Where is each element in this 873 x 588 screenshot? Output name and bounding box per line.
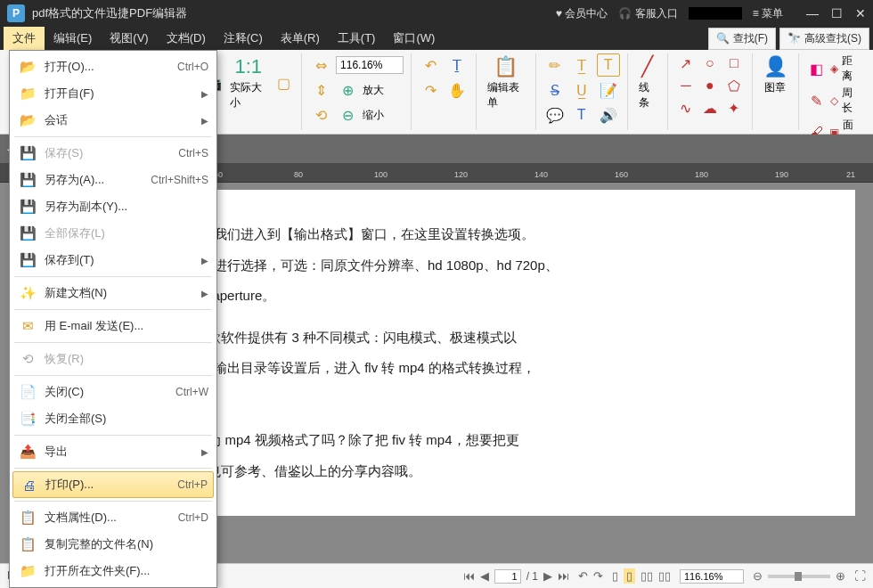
menu-save-to[interactable]: 💾保存到(T)▶ [12,247,214,274]
member-center-link[interactable]: ♥ 会员中心 [556,6,608,21]
perimeter-icon[interactable]: ◇ [830,94,838,107]
hand-icon[interactable]: ✋ [445,78,469,102]
text-highlight-icon[interactable]: T̲ [570,53,593,77]
close-doc-icon: 📄 [18,384,37,400]
rotate-icon[interactable]: ⟲ [309,103,332,127]
layout-cont-facing-icon[interactable]: ▯▯ [658,569,671,583]
polygon-icon[interactable]: ⬠ [723,76,745,95]
highlight-icon[interactable]: ✏ [543,53,567,77]
circle-icon[interactable]: ● [699,76,721,95]
line-shape-icon[interactable]: ─ [675,76,697,95]
menu-save-all[interactable]: 💾全部保存(L) [12,220,214,247]
text-box-icon[interactable]: T [597,53,620,77]
menu-new-doc[interactable]: ✨新建文档(N)▶ [12,280,214,306]
menu-tool[interactable]: 工具(T) [329,27,385,50]
zoom-out-status-icon[interactable]: ⊖ [753,569,763,583]
zoom-in-icon[interactable]: ⊕ [336,78,359,102]
zoom-in-status-icon[interactable]: ⊕ [836,569,845,583]
titlebar: P pdf格式的文件迅捷PDF编辑器 ♥ 会员中心 🎧 客服入口 ≡ 菜单 — … [0,0,873,27]
square-icon[interactable]: □ [723,53,745,73]
cloud-icon[interactable]: ☁ [699,98,721,118]
layout-single-icon[interactable]: ▯ [612,569,618,583]
zoom-slider[interactable] [768,575,830,578]
fullscreen-icon[interactable]: ⛶ [854,569,866,583]
hamburger-menu[interactable]: ≡ 菜单 [753,6,783,21]
distance-icon[interactable]: ◈ [830,62,838,75]
menu-open-from[interactable]: 📁打开自(F)▶ [12,80,214,107]
typewriter-icon[interactable]: T [570,103,593,127]
menu-session[interactable]: 📂会话▶ [12,107,214,134]
support-link[interactable]: 🎧 客服入口 [618,6,677,21]
menu-doc-props[interactable]: 📋文档属性(D)...Ctrl+D [12,504,214,531]
undo-icon[interactable]: ↶ [419,53,442,77]
back-nav-icon[interactable]: ↶ [578,569,588,583]
menu-print[interactable]: 🖨打印(P)...Ctrl+P [12,471,214,498]
pencil-icon[interactable]: ✎ [806,89,827,112]
zoom-out-icon[interactable]: ⊖ [336,103,359,127]
menu-save[interactable]: 💾保存(S)Ctrl+S [12,140,214,167]
advanced-find-button[interactable]: 🔭高级查找(S) [779,28,869,50]
restore-icon: ⟲ [18,351,37,367]
menu-comment[interactable]: 注释(C) [215,27,272,50]
menu-copy-filename[interactable]: 📋复制完整的文件名(N) [12,531,214,558]
menu-close-all[interactable]: 📑关闭全部(S) [12,405,214,432]
note-icon[interactable]: 📝 [597,78,620,102]
menu-email[interactable]: ✉用 E-mail 发送(E)... [12,313,214,339]
find-button[interactable]: 🔍查找(F) [708,28,776,50]
layout-facing-icon[interactable]: ▯▯ [640,569,653,583]
user-area[interactable] [689,7,742,20]
stamp-button[interactable]: 👤 图章 [760,53,791,97]
callout-icon[interactable]: 💬 [543,103,567,127]
search-icon: 🔍 [716,32,730,45]
fit-page-icon[interactable]: ▢ [274,71,295,94]
lines-button[interactable]: ╱ 线条 [635,53,660,112]
curve-icon[interactable]: ∿ [675,98,697,118]
save-to-icon: 💾 [18,252,37,268]
menu-window[interactable]: 窗口(W) [384,27,444,50]
menu-export[interactable]: 📤导出▶ [12,438,214,465]
next-page-icon[interactable]: ▶ [543,569,552,583]
menu-edit[interactable]: 编辑(E) [45,27,101,50]
menu-form[interactable]: 表单(R) [272,27,329,50]
fit-height-icon[interactable]: ⇕ [309,78,332,102]
prev-page-icon[interactable]: ◀ [480,569,489,583]
layout-continuous-icon[interactable]: ▯ [624,568,635,584]
arrow-icon[interactable]: ↗ [675,53,697,73]
ellipse-icon[interactable]: ○ [699,53,721,73]
last-page-icon[interactable]: ⏭ [558,569,569,583]
shape-palette: ↗ ○ □ ─ ● ⬠ ∿ ☁ ✦ [675,53,745,118]
edit-form-button[interactable]: 📋 编辑表单 [484,53,528,112]
close-window-button[interactable]: ✕ [855,6,866,20]
underline-icon[interactable]: U̲ [570,78,593,102]
zoom-in-label: 放大 [363,83,384,98]
export-icon: 📤 [18,444,37,460]
menu-restore[interactable]: ⟲恢复(R) [12,346,214,372]
close-all-icon: 📑 [18,411,37,427]
minimize-button[interactable]: — [806,6,819,20]
menu-document[interactable]: 文档(D) [158,27,215,50]
star-icon[interactable]: ✦ [723,98,745,118]
menu-save-as[interactable]: 💾另存为(A)...Ctrl+Shift+S [12,167,214,193]
menu-open-folder[interactable]: 📁打开所在文件夹(F)... [12,558,214,584]
sound-icon[interactable]: 🔊 [597,103,620,127]
strikethrough-icon[interactable]: S̶ [543,78,567,102]
status-zoom-combo[interactable] [680,569,744,584]
maximize-button[interactable]: ☐ [831,6,843,20]
forward-nav-icon[interactable]: ↷ [593,569,603,583]
zoom-combo[interactable] [336,56,404,74]
redo-icon[interactable]: ↷ [419,78,442,102]
menu-close[interactable]: 📄关闭(C)Ctrl+W [12,379,214,405]
menu-file[interactable]: 文件 [4,27,45,50]
actual-size-button[interactable]: 1:1 实际大小 [226,53,271,112]
fit-width-icon[interactable]: ⇔ [309,53,332,77]
text-select-icon[interactable]: Ṯ [445,53,469,77]
first-page-icon[interactable]: ⏮ [463,569,475,583]
page-number-input[interactable] [494,569,521,584]
window-title: pdf格式的文件迅捷PDF编辑器 [32,5,556,21]
menu-view[interactable]: 视图(V) [101,27,157,50]
menu-save-copy[interactable]: 💾另存为副本(Y)... [12,193,214,220]
menu-open[interactable]: 📂打开(O)...Ctrl+O [12,53,214,80]
eraser-icon[interactable]: ◧ [806,57,827,80]
folder-globe-icon: 📁 [18,86,37,102]
doc-props-icon: 📋 [18,510,37,526]
